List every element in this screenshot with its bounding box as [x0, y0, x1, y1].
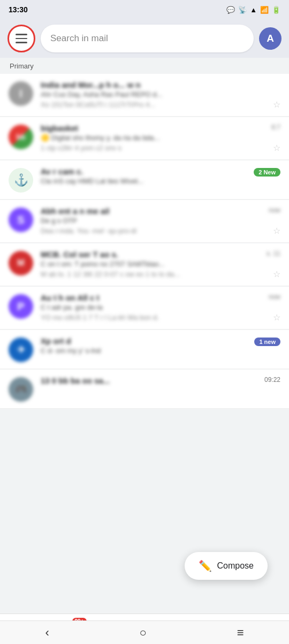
email-content-6: Au t h on All c t now C t adr pa. gre de… — [41, 293, 280, 323]
email-avatar-2: bb — [9, 125, 33, 149]
compose-label: Compose — [217, 561, 254, 571]
email-content-4: Abh ent a n me ail now De g s OTP Dea r-… — [41, 206, 280, 236]
email-sender-2: bigbasket — [41, 124, 78, 133]
email-item-7[interactable]: ✈ Xp ort d 1 new C d- om my y' s-Ind — [0, 330, 289, 369]
email-item-4[interactable]: S Abh ent a n me ail now De g s OTP Dea … — [0, 200, 289, 243]
email-sender-1: India and Mor...p h o... w n — [41, 80, 141, 89]
compose-button[interactable]: ✏️ Compose — [185, 552, 268, 580]
email-preview-6: YO mo o9U5 1 7 T r I La kh Wa bon d. — [41, 313, 159, 321]
search-bar[interactable]: Search in mail — [41, 25, 254, 52]
email-content-3: Av r cam c. 2 New Cla mS cay HMD Lat tie… — [41, 167, 280, 186]
signal-bars-icon: 📶 — [260, 6, 269, 14]
email-item-3[interactable]: ⚓ Av r cam c. 2 New Cla mS cay HMD Lat t… — [0, 160, 289, 200]
email-preview-2: 1 ctp c2llrr 4 yom c2 onv s — [41, 144, 121, 152]
back-button[interactable]: ‹ — [34, 622, 59, 644]
email-preview-1: Xo 151Ton 0Co0UTl i 111TrTrPro 4... — [41, 101, 155, 109]
battery-icon: 🔋 — [272, 6, 280, 14]
email-subject-4: De g s OTP — [41, 217, 280, 225]
email-sender-8: 13 0 bb ba oo sa... — [41, 376, 110, 385]
email-item-8[interactable]: 🎮 13 0 bb ba oo sa... 09:22 — [0, 370, 289, 409]
email-sender-5: MCB. Col ser T ao s. — [41, 250, 118, 259]
email-content-2: bigbasket 6:7 🟡 Digital sho thomy y. da … — [41, 124, 280, 153]
email-item-2[interactable]: bb bigbasket 6:7 🟡 Digital sho thomy y. … — [0, 117, 289, 160]
search-placeholder: Search in mail — [50, 33, 244, 44]
email-time-5: s. 11 — [267, 250, 280, 257]
signal-icon: 📡 — [238, 6, 247, 14]
email-subject-1: Ahr Cus Day, Asha Ras Paul REPO d... — [41, 90, 280, 98]
email-time-4: now — [269, 206, 280, 214]
email-item-5[interactable]: M MCB. Col ser T ao s. s. 11 C on t om: … — [0, 243, 289, 286]
email-avatar-8: 🎮 — [9, 377, 33, 402]
email-subject-2: 🟡 Digital sho thomy y. da ria da bda... — [41, 134, 280, 142]
star-icon-4[interactable]: ☆ — [273, 226, 280, 236]
email-list: I India and Mor...p h o... w n Ahr Cus D… — [0, 74, 289, 409]
hamburger-button[interactable] — [7, 25, 35, 52]
email-preview-4: Dea r-inda. You -me! -qu-pro-di — [41, 227, 136, 235]
compose-pencil-icon: ✏️ — [199, 559, 212, 572]
email-avatar-6: P — [9, 294, 33, 319]
avatar-letter: A — [267, 33, 274, 44]
primary-label: Primary — [0, 58, 289, 73]
star-icon-2[interactable]: ☆ — [273, 143, 280, 153]
hamburger-icon — [16, 34, 27, 43]
email-time-2: 6:7 — [271, 124, 280, 131]
email-subject-7: C d- om my y' s-Ind — [41, 347, 280, 355]
email-sender-3: Av r cam c. — [41, 167, 83, 176]
star-icon-1[interactable]: ☆ — [273, 99, 280, 110]
email-avatar-3: ⚓ — [9, 168, 33, 193]
badge-new-3: 2 New — [254, 168, 280, 177]
email-avatar-5: M — [9, 251, 33, 275]
email-avatar-1: I — [9, 81, 33, 106]
search-bar-container: Search in mail A — [0, 19, 289, 58]
email-preview-5: M ab lo. 1 12 3t6 22 0-07 c ow es 1 to l… — [41, 270, 180, 278]
email-item-1[interactable]: I India and Mor...p h o... w n Ahr Cus D… — [0, 74, 289, 117]
status-time: 13:30 — [9, 5, 28, 14]
email-content-8: 13 0 bb ba oo sa... 09:22 — [41, 376, 280, 387]
whatsapp-icon: 💬 — [226, 6, 235, 14]
email-sender-6: Au t h on All c t — [41, 293, 99, 302]
wifi-icon: ▲ — [250, 6, 257, 14]
email-content-7: Xp ort d 1 new C d- om my y' s-Ind — [41, 336, 280, 356]
email-subject-6: C t adr pa. gre de-la — [41, 303, 280, 311]
recents-button[interactable]: ≡ — [226, 622, 255, 644]
account-avatar[interactable]: A — [259, 27, 282, 50]
badge-1new-7: 1 new — [254, 338, 280, 346]
email-subject-5: C on t om: T pomo no 2707 SAtllTblao... — [41, 260, 280, 268]
email-content-1: India and Mor...p h o... w n Ahr Cus Day… — [41, 80, 280, 110]
email-subject-3: Cla mS cay HMD Lat ties Wivet... — [41, 177, 280, 185]
star-icon-6[interactable]: ☆ — [273, 312, 280, 323]
email-time-8: 09:22 — [264, 376, 280, 384]
email-item-6[interactable]: P Au t h on All c t now C t adr pa. gre … — [0, 287, 289, 329]
email-avatar-7: ✈ — [9, 338, 33, 362]
home-button[interactable]: ○ — [129, 622, 157, 644]
email-time-6: now — [269, 293, 280, 301]
email-sender-7: Xp ort d — [41, 336, 71, 346]
email-content-5: MCB. Col ser T ao s. s. 11 C on t om: T … — [41, 250, 280, 279]
star-icon-5[interactable]: ☆ — [273, 269, 280, 279]
email-avatar-4: S — [9, 208, 33, 232]
status-bar: 13:30 💬 📡 ▲ 📶 🔋 — [0, 0, 289, 19]
email-sender-4: Abh ent a n me ail — [41, 206, 109, 216]
status-icons: 💬 📡 ▲ 📶 🔋 — [226, 6, 280, 14]
android-nav-bar: ‹ ○ ≡ — [0, 620, 289, 644]
